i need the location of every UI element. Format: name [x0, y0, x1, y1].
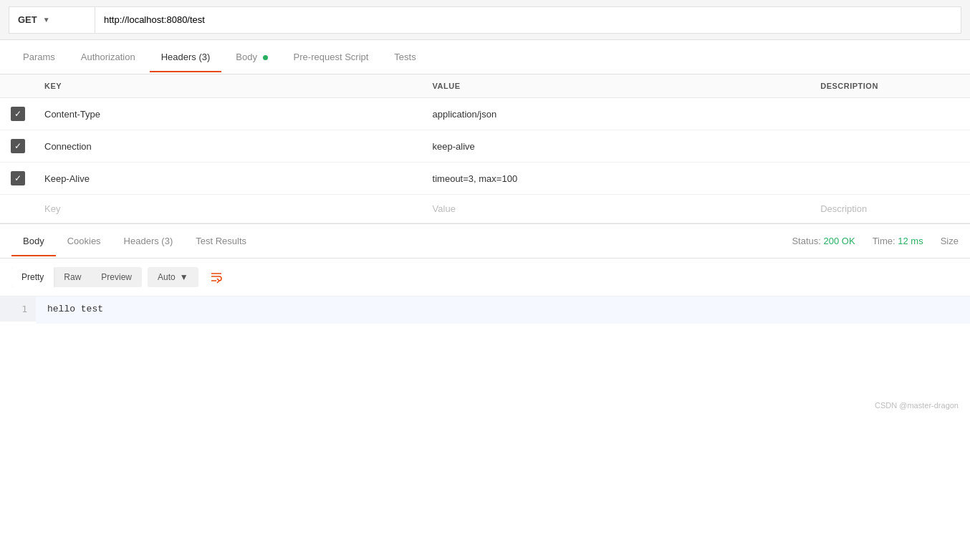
row-1-value[interactable]: application/json — [424, 98, 812, 130]
response-tab-test-results[interactable]: Test Results — [184, 226, 258, 256]
response-tab-test-results-label: Test Results — [196, 236, 246, 246]
format-bar: Pretty Raw Preview Auto ▼ — [0, 259, 970, 296]
auto-format-label: Auto — [158, 272, 176, 282]
tab-pre-request-script[interactable]: Pre-request Script — [282, 42, 380, 72]
col-checkbox — [0, 74, 36, 98]
response-tab-headers-label: Headers (3) — [124, 236, 173, 246]
pretty-button[interactable]: Pretty — [11, 267, 54, 287]
table-row: ✓ Content-Type application/json — [0, 98, 970, 130]
tab-pre-request-script-label: Pre-request Script — [294, 52, 369, 62]
empty-row-checkbox-cell — [0, 195, 36, 223]
check-icon: ✓ — [14, 110, 21, 118]
view-format-group: Pretty Raw Preview — [11, 267, 142, 287]
raw-button[interactable]: Raw — [54, 267, 91, 287]
row-3-value[interactable]: timeout=3, max=100 — [424, 163, 812, 195]
col-key: KEY — [36, 74, 424, 98]
tab-params-label: Params — [23, 52, 55, 62]
row-2-description[interactable] — [812, 130, 970, 163]
line-number-1: 1 — [0, 296, 36, 322]
table-row: ✓ Keep-Alive timeout=3, max=100 — [0, 163, 970, 195]
row-2-key[interactable]: Connection — [36, 130, 424, 163]
response-tab-cookies-label: Cookies — [67, 236, 101, 246]
response-body: 1 hello test — [0, 296, 970, 395]
line-content-1: hello test — [36, 296, 970, 324]
tab-tests-label: Tests — [394, 52, 416, 62]
tab-headers-count: (3) — [198, 52, 210, 62]
response-section: Body Cookies Headers (3) Test Results St… — [0, 223, 970, 415]
method-select[interactable]: GET ▼ — [9, 6, 95, 34]
tab-authorization[interactable]: Authorization — [69, 42, 147, 72]
tab-params[interactable]: Params — [11, 42, 67, 72]
response-body-empty — [0, 324, 970, 395]
row-1-checkbox[interactable]: ✓ — [11, 107, 25, 121]
size-label: Size — [941, 236, 959, 246]
url-input[interactable] — [95, 6, 961, 34]
response-tab-body[interactable]: Body — [11, 226, 56, 256]
row-2-checkbox-cell[interactable]: ✓ — [0, 130, 36, 163]
code-line-1: 1 hello test — [0, 296, 970, 324]
row-3-checkbox[interactable]: ✓ — [11, 171, 25, 185]
wrap-icon — [210, 271, 223, 284]
body-dot-indicator — [263, 55, 268, 60]
response-tabs-bar: Body Cookies Headers (3) Test Results St… — [0, 224, 970, 259]
row-3-checkbox-cell[interactable]: ✓ — [0, 163, 36, 195]
empty-row-value[interactable]: Value — [424, 195, 812, 223]
table-row-empty: Key Value Description — [0, 195, 970, 223]
auto-format-select[interactable]: Auto ▼ — [148, 267, 198, 287]
tab-body-label: Body — [236, 52, 257, 62]
check-icon: ✓ — [14, 174, 21, 183]
table-row: ✓ Connection keep-alive — [0, 130, 970, 163]
row-3-key[interactable]: Keep-Alive — [36, 163, 424, 195]
request-tabs-bar: Params Authorization Headers (3) Body Pr… — [0, 40, 970, 74]
row-2-value[interactable]: keep-alive — [424, 130, 812, 163]
row-1-key[interactable]: Content-Type — [36, 98, 424, 130]
row-2-checkbox[interactable]: ✓ — [11, 139, 25, 153]
tab-body[interactable]: Body — [224, 42, 279, 72]
response-tab-cookies[interactable]: Cookies — [56, 226, 112, 256]
time-label: Time: 12 ms — [873, 236, 923, 246]
time-value: 12 ms — [898, 236, 923, 246]
row-3-description[interactable] — [812, 163, 970, 195]
col-description: DESCRIPTION — [812, 74, 970, 98]
empty-row-key[interactable]: Key — [36, 195, 424, 223]
response-tab-headers[interactable]: Headers (3) — [112, 226, 185, 256]
tab-headers-label: Headers (3) — [161, 52, 211, 62]
status-value: 200 OK — [824, 236, 855, 246]
empty-row-description[interactable]: Description — [812, 195, 970, 223]
check-icon: ✓ — [14, 142, 21, 150]
response-tab-body-label: Body — [23, 236, 44, 246]
status-label: Status: 200 OK — [792, 236, 855, 246]
auto-chevron-icon: ▼ — [180, 272, 188, 282]
row-1-checkbox-cell[interactable]: ✓ — [0, 98, 36, 130]
url-bar: GET ▼ — [0, 0, 970, 40]
wrap-button[interactable] — [204, 266, 229, 289]
tab-authorization-label: Authorization — [81, 52, 135, 62]
response-meta: Status: 200 OK Time: 12 ms Size — [792, 236, 959, 246]
tab-headers[interactable]: Headers (3) — [150, 42, 222, 72]
watermark: CSDN @master-dragon — [0, 395, 970, 415]
tab-tests[interactable]: Tests — [383, 42, 427, 72]
row-1-description[interactable] — [812, 98, 970, 130]
headers-table: KEY VALUE DESCRIPTION ✓ Content-Type app… — [0, 74, 970, 223]
method-chevron-icon: ▼ — [43, 16, 50, 24]
method-label: GET — [18, 14, 37, 25]
preview-button[interactable]: Preview — [91, 267, 142, 287]
response-tabs: Body Cookies Headers (3) Test Results — [11, 224, 792, 258]
col-value: VALUE — [424, 74, 812, 98]
